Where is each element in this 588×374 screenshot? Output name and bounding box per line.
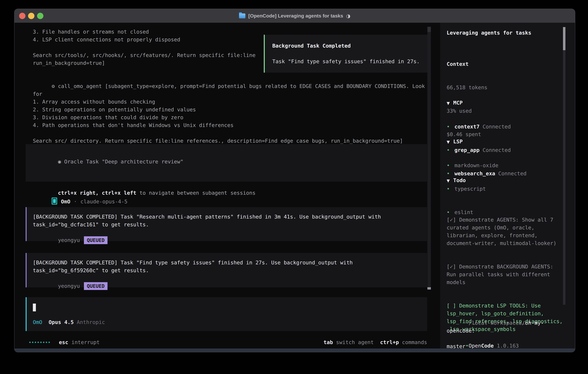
status-dot-icon: • xyxy=(465,343,469,349)
esc-key-hint: esc xyxy=(59,339,68,345)
notification-title: Background Task Completed xyxy=(272,42,429,50)
task-message: [BACKGROUND TASK COMPLETED] Task "Resear… xyxy=(26,207,427,241)
app-version: 1.0.163 xyxy=(494,343,519,349)
session-sidebar: Leveraging agents for tasks Context 66,5… xyxy=(440,23,575,349)
mcp-section-header[interactable]: ▼MCP xyxy=(447,99,563,107)
chevron-down-icon: ▼ xyxy=(447,177,450,185)
terminal-window: [OpenCode] Leveraging agents for tasks ◑… xyxy=(14,9,575,352)
status-badge: QUEUED xyxy=(84,236,107,244)
lsp-heading: LSP xyxy=(453,138,463,145)
notification-toast: Background Task Completed Task "Find typ… xyxy=(264,35,430,73)
ctrlp-key-hint: ctrl+p xyxy=(380,339,399,345)
tab-key-label: switch agent xyxy=(336,339,374,345)
input-model-name[interactable]: Opus 4.5 xyxy=(49,319,74,325)
session-spinner-icon: ◑ xyxy=(346,13,350,19)
sidebar-scrollbar-thumb[interactable] xyxy=(563,27,566,50)
ctrlp-key-label: commands xyxy=(402,339,427,345)
chat-area: 3. File handles or streams not closed 4.… xyxy=(14,23,440,349)
app-name: Open xyxy=(469,343,481,349)
esc-key-label: interrupt xyxy=(72,339,100,345)
session-title: Leveraging agents for tasks xyxy=(447,29,563,37)
oracle-task-box: ◉ Oracle Task "Deep architecture review"… xyxy=(26,144,427,182)
hint-text: to navigate between subagent sessions xyxy=(136,190,255,196)
task-author: yeongyu xyxy=(58,283,80,289)
task-message-text: [BACKGROUND TASK COMPLETED] Task "Resear… xyxy=(33,213,427,229)
minimize-button[interactable] xyxy=(28,13,34,19)
mcp-heading: MCP xyxy=(453,99,463,107)
lsp-section-header[interactable]: ▼LSP xyxy=(447,138,563,146)
prompt-input[interactable]: OmOOpus 4.5Anthropic xyxy=(26,297,427,331)
folder-icon xyxy=(239,13,245,18)
todo-heading: Todo xyxy=(453,177,466,184)
input-provider-name: Anthropic xyxy=(77,319,105,325)
zoom-button[interactable] xyxy=(37,13,43,19)
todo-item: [✓] Demonstrate BACKGROUND AGENTS: Run p… xyxy=(447,263,563,286)
app-name-bold: Code xyxy=(481,343,494,349)
activity-dots xyxy=(29,338,50,346)
gear-icon: ⚙ xyxy=(52,83,55,89)
window-title: [OpenCode] Leveraging agents for tasks xyxy=(248,13,343,19)
status-bar: esc interrupt tab switch agentctrl+p com… xyxy=(14,338,440,346)
agent-model: claude-opus-4-5 xyxy=(80,198,127,205)
chevron-down-icon: ▼ xyxy=(447,99,450,107)
text-cursor xyxy=(33,303,36,311)
task-message-text: [BACKGROUND TASK COMPLETED] Task "Find t… xyxy=(33,259,427,274)
window-footer-strip xyxy=(14,349,575,352)
chevron-down-icon: ▼ xyxy=(447,138,450,146)
agent-icon xyxy=(52,197,57,205)
status-badge: QUEUED xyxy=(84,282,107,290)
record-icon: ◉ xyxy=(58,159,61,165)
context-heading: Context xyxy=(447,60,563,68)
agent-name: OmO xyxy=(61,198,70,205)
todo-item: [✓] Demonstrate AGENTS: Show all 7 curat… xyxy=(447,216,563,247)
oracle-task-title: Oracle Task "Deep architecture review" xyxy=(61,159,183,165)
tool-call-log: ⚙ call_omo_agent [subagent_type=explore,… xyxy=(33,74,432,153)
traffic-lights xyxy=(19,9,43,23)
tab-key-hint: tab xyxy=(324,339,333,345)
separator-dot: · xyxy=(74,198,77,205)
todo-section-header[interactable]: ▼Todo xyxy=(447,177,563,185)
workspace-path-prefix: ~/local-workspaces/ xyxy=(465,320,525,326)
chat-scrollbar-track[interactable] xyxy=(427,27,431,289)
chat-scrollbar-top-segment[interactable] xyxy=(427,27,431,32)
notification-body: Task "Find type safety issues" finished … xyxy=(272,58,429,65)
close-button[interactable] xyxy=(19,13,25,19)
sidebar-scrollbar-track[interactable] xyxy=(563,27,566,305)
chat-scrollbar-thumb[interactable] xyxy=(427,287,431,290)
task-message: [BACKGROUND TASK COMPLETED] Task "Find t… xyxy=(26,253,427,287)
titlebar: [OpenCode] Leveraging agents for tasks ◑ xyxy=(14,9,575,23)
task-author: yeongyu xyxy=(58,237,80,243)
input-agent-name[interactable]: OmO xyxy=(33,319,42,325)
tool-call-text: call_omo_agent [subagent_type=explore, p… xyxy=(33,83,428,144)
